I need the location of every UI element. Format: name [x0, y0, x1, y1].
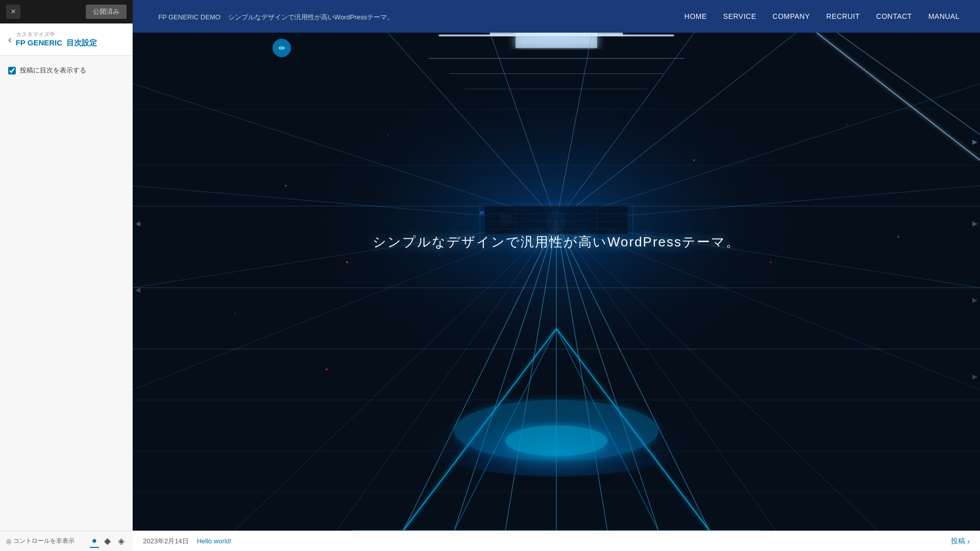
svg-point-75 [898, 236, 899, 238]
svg-rect-40 [464, 89, 648, 89]
svg-point-51 [505, 425, 607, 456]
sidebar-content: 投稿に目次を表示する [0, 56, 132, 85]
site-logo: FP GENERIC DEMO シンプルなデザインで汎用性が高いWordPres… [153, 11, 394, 22]
svg-rect-55 [480, 211, 484, 214]
hide-controls-label: コントロールを非表示 [13, 537, 75, 545]
customizing-label: カスタマイズ中 [16, 31, 97, 38]
hero-section: シンプルなデザインで汎用性が高いWordPressテーマ。 [133, 33, 980, 531]
sidebar: ‹ カスタマイズ中 FP GENERIC 目次設定 投稿に目次を表示する [0, 23, 133, 531]
hero-text: シンプルなデザインで汎用性が高いWordPressテーマ。 [373, 233, 740, 251]
nav-home[interactable]: HOME [684, 12, 707, 20]
hello-world-link[interactable]: Hello world! [197, 537, 232, 545]
sidebar-header: ‹ カスタマイズ中 FP GENERIC 目次設定 [0, 23, 132, 56]
nav-recruit[interactable]: RECRUIT [826, 12, 860, 20]
post-button[interactable]: 投稿 › [951, 537, 970, 546]
nav-contact[interactable]: CONTACT [876, 12, 912, 20]
publish-button[interactable]: 公開済み [86, 5, 127, 19]
preview-area: FP GENERIC DEMO シンプルなデザインで汎用性が高いWordPres… [133, 0, 980, 531]
sidebar-title: FP GENERIC 目次設定 [16, 38, 97, 48]
svg-point-71 [387, 134, 388, 135]
admin-bar-left: × [6, 5, 20, 19]
mobile-icon-button[interactable]: ◈ [116, 535, 127, 548]
tablet-icon-button[interactable]: ◆ [102, 535, 113, 548]
hero-svg [133, 33, 980, 531]
nav-service[interactable]: SERVICE [723, 12, 756, 20]
svg-point-74 [234, 313, 235, 314]
svg-rect-38 [429, 58, 684, 59]
toc-checkbox-row: 投稿に目次を表示する [8, 66, 124, 75]
device-icons: ● ◆ ◈ [90, 535, 127, 548]
post-label: 投稿 [951, 537, 965, 546]
eye-icon: ◎ [6, 538, 11, 545]
post-chevron-icon: › [967, 537, 970, 545]
close-button[interactable]: × [6, 5, 20, 19]
sidebar-title-suffix: 目次設定 [66, 38, 97, 47]
toc-label[interactable]: 投稿に目次を表示する [20, 66, 86, 75]
preview-bottom-bar: 2023年2月14日 Hello world! 投稿 › [133, 531, 980, 551]
svg-rect-39 [449, 73, 664, 74]
post-date: 2023年2月14日 [143, 537, 189, 546]
svg-point-73 [847, 124, 848, 125]
svg-point-72 [694, 160, 695, 161]
svg-rect-37 [490, 33, 623, 36]
toc-checkbox[interactable] [8, 67, 16, 74]
back-button[interactable]: ‹ [8, 34, 12, 45]
nav-manual[interactable]: MANUAL [928, 12, 960, 20]
admin-top-bar: × 公開済み [0, 0, 133, 23]
svg-point-52 [346, 261, 348, 263]
edit-pencil-button[interactable]: ✏ [273, 39, 291, 57]
site-nav: FP GENERIC DEMO シンプルなデザインで汎用性が高いWordPres… [133, 0, 980, 33]
svg-point-54 [770, 261, 772, 263]
sidebar-title-area: カスタマイズ中 FP GENERIC 目次設定 [16, 31, 97, 48]
svg-point-70 [285, 185, 287, 187]
nav-links: HOME SERVICE COMPANY RECRUIT CONTACT MAN… [684, 12, 960, 20]
logo-tagline: シンプルなデザインで汎用性が高いWordPressテーマ。 [228, 13, 394, 21]
sidebar-title-prefix: FP GENERIC [16, 38, 62, 47]
logo-text: FP GENERIC DEMO [158, 13, 220, 21]
svg-point-53 [326, 368, 328, 370]
desktop-icon-button[interactable]: ● [90, 535, 99, 548]
admin-bottom-bar: ◎ コントロールを非表示 ● ◆ ◈ [0, 531, 133, 551]
nav-company[interactable]: COMPANY [773, 12, 810, 20]
hide-controls[interactable]: ◎ コントロールを非表示 [6, 537, 75, 545]
